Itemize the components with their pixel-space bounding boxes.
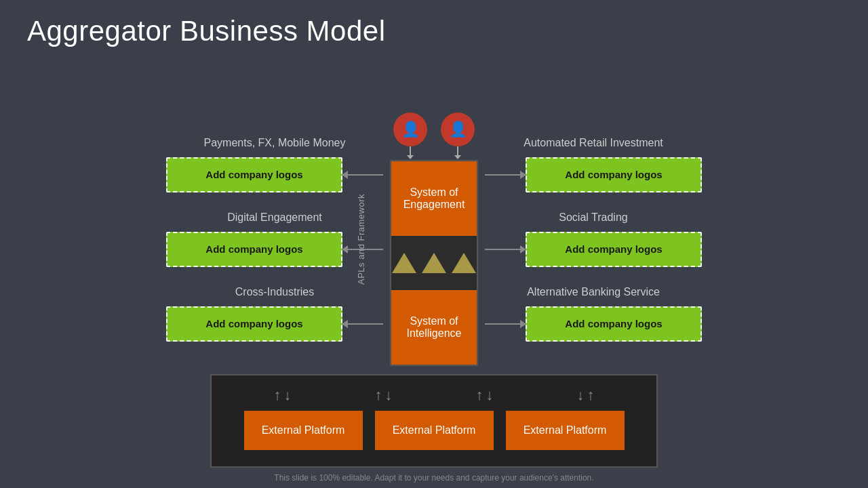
platform-arrow-up-1: ↑↓	[274, 388, 292, 403]
right-row-3: Add company logos	[485, 306, 702, 342]
left-arrow-1	[342, 174, 383, 176]
user-icon-2: 👤	[441, 113, 475, 156]
platform-row: External Platform External Platform Exte…	[244, 411, 625, 450]
left-logo-btn-1[interactable]: Add company logos	[166, 157, 342, 192]
left-row-2: Add company logos	[166, 232, 383, 267]
user-icons-row: 👤 👤	[393, 113, 475, 156]
footer-text: This slide is 100% editable. Adapt it to…	[0, 473, 868, 483]
user-avatar-1: 👤	[393, 113, 427, 146]
right-arrow-2	[485, 249, 526, 250]
system-of-engagement-box: System ofEngagement	[391, 161, 477, 236]
apl-label: APLs and Framework	[356, 194, 366, 285]
left-label-2: Digital Engagement	[227, 211, 322, 224]
right-section-3: Alternative Banking Service Add company …	[485, 286, 702, 342]
right-arrow-3	[485, 323, 526, 325]
left-logo-btn-3[interactable]: Add company logos	[166, 306, 342, 342]
right-section-2: Social Trading Add company logos	[485, 211, 702, 267]
platform-arrow-down-1: ↓↑	[577, 388, 595, 403]
bottom-section: ↑↓ ↑↓ ↑↓ ↓↑ External Platform External P…	[210, 374, 658, 468]
right-logo-btn-1[interactable]: Add company logos	[526, 157, 702, 192]
right-logo-btn-3[interactable]: Add company logos	[526, 306, 702, 342]
right-label-3: Alternative Banking Service	[527, 286, 660, 298]
triangle-3	[452, 253, 476, 273]
triangle-1	[392, 253, 416, 273]
right-row-1: Add company logos	[485, 157, 702, 192]
left-row-1: Add company logos	[166, 157, 383, 192]
external-platform-3[interactable]: External Platform	[506, 411, 625, 450]
left-section-1: Payments, FX, Mobile Money Add company l…	[166, 137, 383, 192]
system-of-intelligence-box: System ofIntelligence	[391, 290, 477, 365]
external-platform-1[interactable]: External Platform	[244, 411, 363, 450]
left-logo-btn-2[interactable]: Add company logos	[166, 232, 342, 267]
left-label-1: Payments, FX, Mobile Money	[204, 137, 346, 149]
user-down-arrow-1	[410, 146, 411, 156]
right-section-1: Automated Retail Investment Add company …	[485, 137, 702, 192]
left-arrow-3	[342, 323, 383, 325]
platform-arrow-up-3: ↑↓	[476, 388, 494, 403]
triangle-decoration	[392, 253, 476, 273]
triangle-2	[422, 253, 446, 273]
right-row-2: Add company logos	[485, 232, 702, 267]
center-column: 👤 👤 APLs and Framework System ofEngageme…	[390, 113, 478, 366]
system-of-engagement-label: System ofEngagement	[403, 186, 465, 211]
user-person-icon-2: 👤	[449, 121, 467, 138]
external-platform-2[interactable]: External Platform	[375, 411, 494, 450]
user-icon-1: 👤	[393, 113, 427, 156]
main-content: Payments, FX, Mobile Money Add company l…	[0, 71, 868, 407]
right-arrow-1	[485, 174, 526, 176]
left-row-3: Add company logos	[166, 306, 383, 342]
platform-arrows-row: ↑↓ ↑↓ ↑↓ ↓↑	[232, 388, 636, 403]
platform-box: ↑↓ ↑↓ ↑↓ ↓↑ External Platform External P…	[210, 374, 658, 468]
center-box: System ofEngagement System ofIntelligenc…	[390, 160, 478, 366]
right-label-1: Automated Retail Investment	[524, 137, 663, 149]
user-avatar-2: 👤	[441, 113, 475, 146]
left-section-3: Cross-Industries Add company logos	[166, 286, 383, 342]
left-section-2: Digital Engagement Add company logos	[166, 211, 383, 267]
user-down-arrow-2	[457, 146, 458, 156]
page-title: Aggregator Business Model	[0, 0, 868, 54]
user-person-icon-1: 👤	[401, 121, 420, 138]
right-logo-btn-2[interactable]: Add company logos	[526, 232, 702, 267]
right-label-2: Social Trading	[559, 211, 627, 224]
left-label-3: Cross-Industries	[235, 286, 314, 298]
platform-arrow-up-2: ↑↓	[375, 388, 393, 403]
left-column: Payments, FX, Mobile Money Add company l…	[166, 137, 383, 342]
middle-decorative-box	[391, 236, 477, 290]
right-column: Automated Retail Investment Add company …	[485, 137, 702, 342]
system-of-intelligence-label: System ofIntelligence	[407, 315, 462, 340]
